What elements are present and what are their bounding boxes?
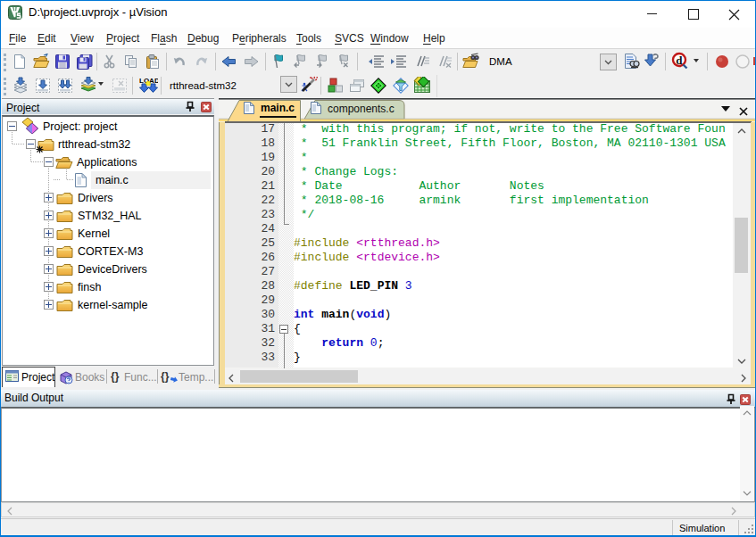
svg-text:d: d [676, 54, 683, 67]
